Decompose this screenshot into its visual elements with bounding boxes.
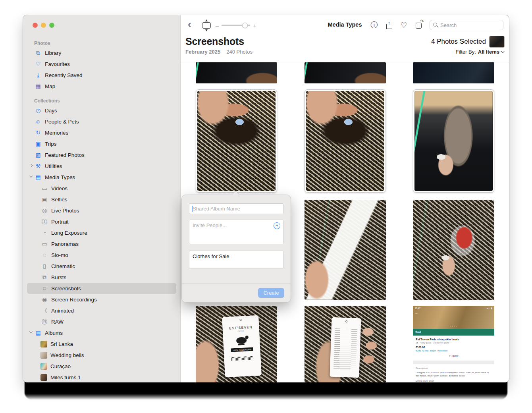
- tag-barcode: [231, 356, 253, 361]
- photo-thumbnail[interactable]: [196, 62, 277, 83]
- sidebar-item-screenshots[interactable]: ⌗Screenshots: [27, 283, 176, 294]
- sidebar-item-days[interactable]: ◷Days: [27, 105, 176, 116]
- sidebar-item-portrait[interactable]: ⓕPortrait: [27, 216, 176, 227]
- sidebar-item-long-exposure[interactable]: ◔Long Exposure: [27, 227, 176, 238]
- listing-back-arrow: ←: [415, 311, 418, 315]
- sidebar-item-cura-ao[interactable]: Curaçao: [27, 361, 176, 372]
- create-button[interactable]: Create: [258, 288, 284, 298]
- sidebar-item-label: Favourites: [45, 61, 70, 67]
- sidebar-item-utilities[interactable]: ⚒Utilities: [27, 160, 176, 172]
- sidebar-item-label: Library: [45, 50, 61, 56]
- sidebar-item-label: Animated: [51, 308, 74, 314]
- photo-thumbnail[interactable]: [413, 200, 494, 300]
- photo-thumbnail[interactable]: EST'SEVEN PARIS 100% SHEEPSKIN: [196, 306, 277, 382]
- sidebar-item-slo-mo[interactable]: ◌Slo-mo: [27, 249, 176, 261]
- sidebar-item-library[interactable]: ⧉Library: [27, 47, 176, 58]
- close-window-button[interactable]: [33, 23, 38, 28]
- window-controls: [33, 23, 54, 28]
- photo-thumbnail-selected[interactable]: [413, 89, 494, 193]
- comment-input[interactable]: Clothes for Sale: [189, 251, 283, 268]
- invite-people-input[interactable]: [189, 220, 264, 230]
- albums-icon: ▤: [34, 330, 42, 336]
- listing-buyer-protection: €105.70 incl. Buyer Protection: [416, 349, 492, 352]
- photo-red-laces: [413, 200, 494, 300]
- photo-thumbnail[interactable]: [305, 62, 386, 83]
- listing-share: ⇧ Share: [416, 355, 492, 358]
- album-thumbnail: [40, 374, 47, 381]
- sidebar-section-header-collections: Collections: [34, 98, 180, 104]
- album-thumbnail: [40, 363, 47, 370]
- sidebar-item-screen-recordings[interactable]: ◉Screen Recordings: [27, 294, 176, 305]
- sidebar-item-favourites[interactable]: ♡Favourites: [27, 58, 176, 69]
- window-shadow: [25, 380, 507, 399]
- invite-people-field[interactable]: +: [189, 220, 283, 244]
- photo-dark-strip: [196, 62, 277, 83]
- sidebar-item-miles-turns-1[interactable]: Miles turns 1: [27, 372, 176, 382]
- sidebar-item-animated[interactable]: 《Animated: [27, 305, 176, 316]
- sidebar-item-label: Videos: [51, 185, 67, 191]
- live-photo-icon: ◎: [40, 208, 48, 213]
- chevron-down-icon[interactable]: [29, 330, 33, 333]
- zoom-window-button[interactable]: [49, 23, 54, 28]
- add-person-icon[interactable]: +: [274, 222, 280, 229]
- sidebar-item-selfies[interactable]: ▣Selfies: [27, 194, 176, 205]
- sidebar-item-label: Sri Lanka: [50, 341, 73, 347]
- marketplace-listing-screenshot: 15:47 ▴ ᯤ ▮ ← • • • • Sold Est'Seven Par…: [413, 306, 494, 382]
- download-icon: ⤓: [34, 72, 42, 78]
- sidebar-item-bursts[interactable]: ⧉Bursts: [27, 272, 176, 283]
- sidebar-item-videos[interactable]: ▭Videos: [27, 183, 176, 194]
- album-name-input[interactable]: [189, 203, 283, 214]
- photo-thumbnail-selected[interactable]: [196, 89, 277, 193]
- sidebar-item-label: Screenshots: [51, 286, 81, 291]
- sidebar-item-label: Cinematic: [51, 263, 75, 269]
- sidebar-item-panoramas[interactable]: ▭Panoramas: [27, 238, 176, 249]
- sidebar-item-map[interactable]: ▦Map: [27, 81, 176, 92]
- listing-pagination-dots: • • • •: [450, 325, 457, 327]
- sidebar-item-recently-saved[interactable]: ⤓Recently Saved: [27, 69, 176, 81]
- photo-tag-back: [305, 306, 386, 382]
- sidebar-item-label: Selfies: [51, 197, 67, 203]
- photo-thumbnail[interactable]: [305, 306, 386, 382]
- chevron-right-icon[interactable]: [29, 164, 33, 167]
- new-shared-album-popover: + Clothes for Sale Create: [181, 195, 291, 303]
- album-name-field[interactable]: [189, 203, 283, 214]
- chevron-down-icon[interactable]: [29, 174, 33, 178]
- comment-field[interactable]: Clothes for Sale: [189, 251, 283, 269]
- sidebar-item-label: RAW: [51, 319, 64, 325]
- sidebar-item-sri-lanka[interactable]: Sri Lanka: [27, 338, 176, 349]
- sidebar-item-cinematic[interactable]: ▯Cinematic: [27, 261, 176, 272]
- photo-thumbnail[interactable]: [413, 62, 494, 83]
- tag-hole: [345, 320, 347, 322]
- animated-icon: 《: [40, 308, 48, 313]
- photo-shoe-sole: [414, 91, 493, 191]
- sidebar-item-label: Albums: [45, 330, 63, 336]
- photo-thumbnail-selected[interactable]: [305, 89, 386, 193]
- listing-status-icons: ▴ ᯤ ▮: [487, 307, 492, 309]
- photo-boot-fur: [197, 91, 276, 191]
- heart-icon: ♡: [34, 61, 42, 67]
- listing-description-label: Description: [416, 367, 492, 369]
- photo-boot-fur: [306, 91, 384, 191]
- photo-thumbnail[interactable]: 15:47 ▴ ᯤ ▮ ← • • • • Sold Est'Seven Par…: [413, 306, 494, 382]
- sidebar-item-albums[interactable]: ▤Albums: [27, 327, 176, 338]
- sidebar-item-featured-photos[interactable]: ▨Featured Photos: [27, 149, 176, 160]
- photo-dark-strip-blue: [413, 62, 494, 83]
- sidebar-item-people-pets[interactable]: ☺People & Pets: [27, 116, 176, 127]
- sidebar: Photos⧉Library♡Favourites⤓Recently Saved…: [23, 15, 181, 382]
- photo-thumbnail[interactable]: [305, 200, 386, 300]
- listing-separator: [413, 361, 494, 364]
- listing-description: Designer EST'SEVEN PARIS sheepskin boots…: [416, 371, 492, 378]
- sidebar-item-live-photos[interactable]: ◎Live Photos: [27, 205, 176, 216]
- sidebar-item-media-types[interactable]: ▤Media Types: [27, 172, 176, 183]
- sidebar-item-trips[interactable]: ▣Trips: [27, 138, 176, 149]
- sidebar-item-label: Recently Saved: [45, 72, 83, 78]
- minimize-window-button[interactable]: [41, 23, 46, 28]
- listing-title: Est'Seven Paris sheepskin boots: [416, 338, 492, 341]
- sidebar-item-memories[interactable]: ↻Memories: [27, 127, 176, 138]
- sidebar-item-label: Miles turns 1: [50, 374, 81, 380]
- main-pane: ‹ – + Media Types ⓘ ♡: [181, 15, 509, 382]
- sidebar-item-label: Days: [45, 108, 57, 114]
- sidebar-item-raw[interactable]: ⓇRAW: [27, 316, 176, 327]
- portrait-icon: ⓕ: [40, 219, 48, 224]
- sidebar-item-wedding-bells[interactable]: Wedding bells: [27, 349, 176, 361]
